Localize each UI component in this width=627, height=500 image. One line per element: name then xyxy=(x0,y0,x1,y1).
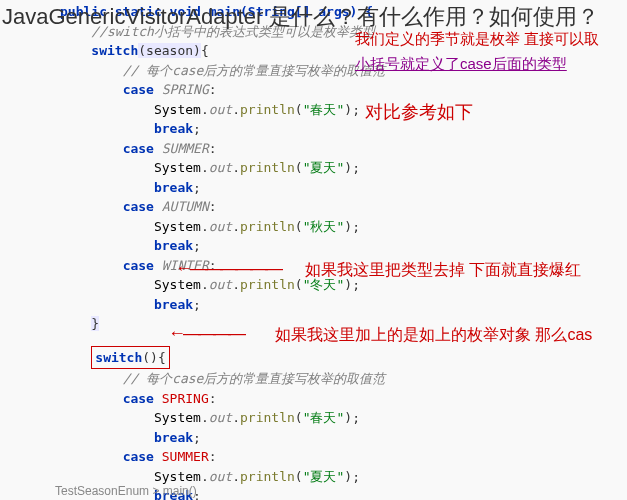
cls-system: System xyxy=(154,410,201,425)
cls-system: System xyxy=(154,160,201,175)
mth-println: println xyxy=(240,102,295,117)
cls-system: System xyxy=(154,102,201,117)
brace: { xyxy=(201,43,209,58)
kw-case: case xyxy=(123,391,154,406)
switch-arg-1: (season) xyxy=(138,43,201,58)
kw-case: case xyxy=(123,141,154,156)
field-out: out xyxy=(209,219,232,234)
mth-println: println xyxy=(240,469,295,484)
kw-break: break xyxy=(154,297,193,312)
cls-system: System xyxy=(154,277,201,292)
comment-2: // 每个case后方的常量直接写枚举的取值范 xyxy=(123,63,386,78)
code-editor[interactable]: public static void main(String[] args) {… xyxy=(0,0,627,500)
case-label-0: SPRING xyxy=(162,82,209,97)
comment-3: // 每个case后方的常量直接写枚举的取值范 xyxy=(123,371,386,386)
arrow-icon: ←―――― xyxy=(168,323,243,344)
kw-case: case xyxy=(123,82,154,97)
arrow-icon: ←―――――― xyxy=(175,258,280,279)
kw-switch-1: switch xyxy=(91,43,138,58)
mth-println: println xyxy=(240,410,295,425)
str-1: "夏天" xyxy=(303,160,345,175)
case-label-1: SUMMER xyxy=(162,141,209,156)
str-1b: "夏天" xyxy=(303,469,345,484)
annotation-1: 我们定义的季节就是枚举 直接可以取 xyxy=(355,30,599,49)
kw-break: break xyxy=(154,430,193,445)
kw-case: case xyxy=(123,449,154,464)
cls-system: System xyxy=(154,469,201,484)
field-out: out xyxy=(209,277,232,292)
str-0b: "春天" xyxy=(303,410,345,425)
kw-break: break xyxy=(154,180,193,195)
annotation-5: 如果我这里加上的是如上的枚举对象 那么cas xyxy=(275,325,592,346)
mth-println: println xyxy=(240,219,295,234)
str-0: "春天" xyxy=(303,102,345,117)
err-label-0: SPRING xyxy=(162,391,209,406)
annotation-4: 如果我这里把类型去掉 下面就直接爆红 xyxy=(305,260,581,281)
kw-break: break xyxy=(154,121,193,136)
switch-arg-2: (){ xyxy=(142,350,165,365)
field-out: out xyxy=(209,410,232,425)
annotation-3: 对比参考如下 xyxy=(365,100,473,124)
kw-break: break xyxy=(154,238,193,253)
kw-switch-2: switch xyxy=(95,350,142,365)
breadcrumb[interactable]: TestSeasonEnum > main() xyxy=(55,484,197,498)
field-out: out xyxy=(209,469,232,484)
error-highlight-box: switch(){ xyxy=(91,346,169,370)
err-label-1: SUMMER xyxy=(162,449,209,464)
field-out: out xyxy=(209,102,232,117)
mth-println: println xyxy=(240,277,295,292)
kw-case: case xyxy=(123,258,154,273)
mth-println: println xyxy=(240,160,295,175)
question-title: JavaGenericVisitorAdapter 是什么？有什么作用？如何使用… xyxy=(2,2,622,33)
close-brace: } xyxy=(91,316,99,331)
kw-case: case xyxy=(123,199,154,214)
annotation-2: 小括号就定义了case后面的类型 xyxy=(355,55,567,74)
str-2: "秋天" xyxy=(303,219,345,234)
field-out: out xyxy=(209,160,232,175)
cls-system: System xyxy=(154,219,201,234)
case-label-2: AUTUMN xyxy=(162,199,209,214)
